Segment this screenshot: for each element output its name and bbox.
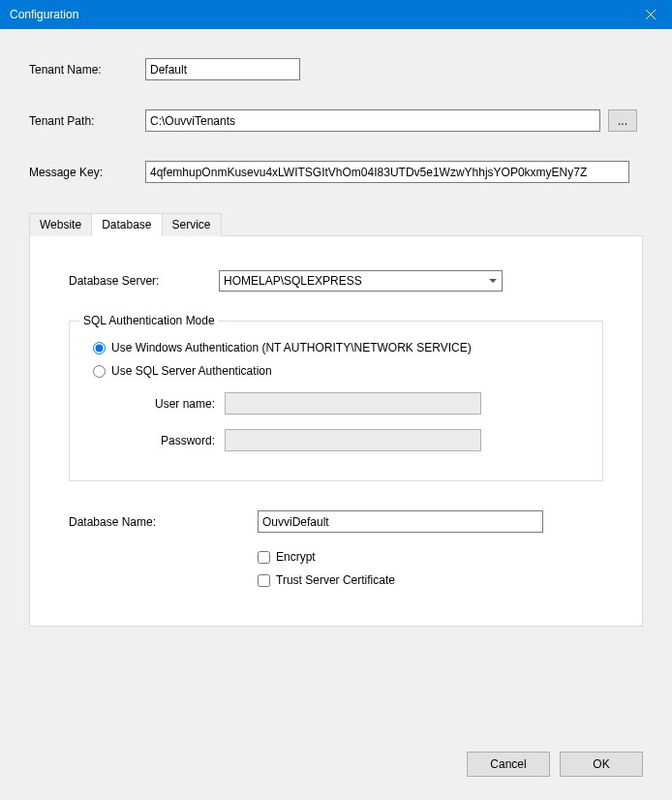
message-key-input[interactable] [145,161,629,183]
tab-headers: Website Database Service [29,212,643,235]
database-server-row: Database Server: [69,270,603,292]
tenant-name-label: Tenant Name: [29,63,145,77]
encrypt-label[interactable]: Encrypt [276,550,316,564]
database-server-select-wrapper [219,270,503,292]
auth-fieldset: SQL Authentication Mode Use Windows Auth… [69,321,603,481]
cancel-button[interactable]: Cancel [467,752,550,777]
auth-windows-radio[interactable] [93,342,106,354]
encrypt-row: Encrypt [69,550,603,564]
username-input [225,392,481,415]
tab-content-database: Database Server: SQL Authentication Mode… [29,235,643,627]
database-server-label: Database Server: [69,274,219,288]
dialog-footer: Cancel OK [467,752,643,777]
auth-windows-label[interactable]: Use Windows Authentication (NT AUTHORITY… [111,341,472,354]
password-label: Password: [128,434,225,447]
auth-sql-radio[interactable] [93,365,106,378]
password-input [225,429,481,451]
username-label: User name: [128,397,225,411]
tenant-name-input[interactable] [145,58,300,80]
username-row: User name: [89,392,583,415]
trust-cert-row: Trust Server Certificate [69,573,603,587]
database-name-label: Database Name: [69,515,258,529]
tenant-path-row: Tenant Path: ... [29,109,643,132]
auth-sql-label[interactable]: Use SQL Server Authentication [111,364,272,378]
tabs-container: Website Database Service Database Server… [0,212,672,627]
database-name-row: Database Name: [69,510,603,533]
tenant-path-label: Tenant Path: [29,114,145,128]
window-body: Tenant Name: Tenant Path: ... Message Ke… [0,29,672,800]
auth-windows-row: Use Windows Authentication (NT AUTHORITY… [89,341,583,354]
window-title: Configuration [10,8,78,21]
database-server-select[interactable] [219,270,503,292]
encrypt-checkbox[interactable] [258,551,270,564]
auth-sql-row: Use SQL Server Authentication [89,364,583,378]
close-icon [646,10,656,19]
auth-legend: SQL Authentication Mode [79,314,219,327]
tab-database[interactable]: Database [91,213,162,236]
tab-service[interactable]: Service [162,213,222,236]
message-key-label: Message Key: [29,166,145,179]
tenant-path-input[interactable] [145,109,600,132]
titlebar: Configuration [0,0,672,29]
trust-cert-label[interactable]: Trust Server Certificate [276,573,395,587]
tab-website[interactable]: Website [29,213,92,236]
close-button[interactable] [628,0,672,29]
browse-button[interactable]: ... [608,109,637,132]
trust-cert-checkbox[interactable] [258,574,270,587]
database-name-input[interactable] [258,510,543,533]
password-row: Password: [89,429,583,451]
tenant-name-row: Tenant Name: [29,58,643,80]
ok-button[interactable]: OK [560,752,643,777]
message-key-row: Message Key: [29,161,643,183]
top-form: Tenant Name: Tenant Path: ... Message Ke… [0,29,672,183]
